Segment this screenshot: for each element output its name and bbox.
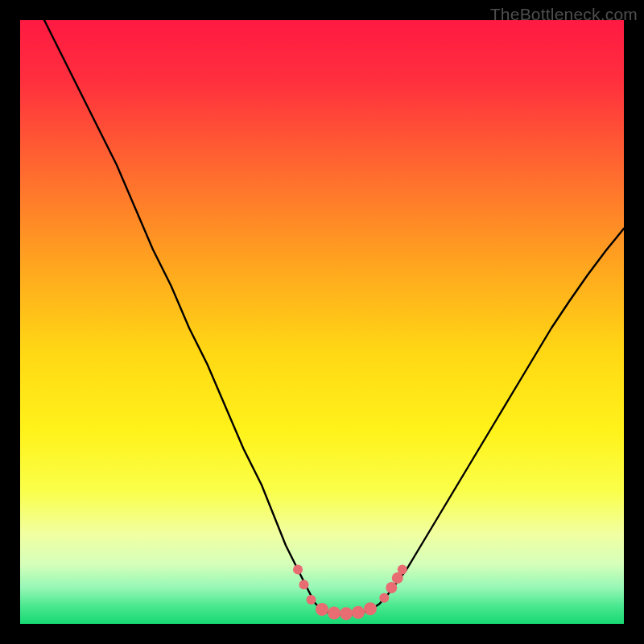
marker-dot: [364, 602, 377, 615]
marker-dot: [307, 595, 316, 605]
marker-dot: [316, 603, 328, 616]
gradient-background: [20, 20, 624, 624]
marker-dot: [386, 582, 397, 593]
chart-frame: TheBottleneck.com: [0, 0, 644, 644]
marker-dot: [293, 565, 303, 575]
watermark-text: TheBottleneck.com: [490, 5, 638, 24]
marker-dot: [398, 565, 407, 575]
marker-dot: [379, 593, 389, 603]
marker-dot: [299, 580, 309, 589]
marker-dot: [352, 606, 365, 619]
marker-dot: [328, 607, 341, 620]
marker-dot: [340, 607, 353, 620]
plot-area: [20, 20, 624, 624]
bottleneck-curve-chart: [20, 20, 624, 624]
